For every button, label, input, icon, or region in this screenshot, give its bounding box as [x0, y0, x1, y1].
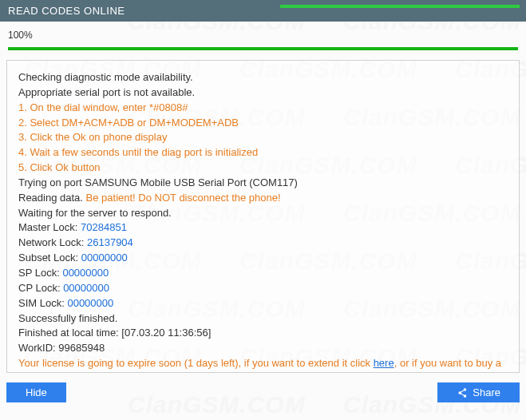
share-button[interactable]: Share	[437, 382, 520, 402]
progress-label: 100%	[8, 30, 518, 41]
hide-button[interactable]: Hide	[6, 382, 66, 402]
license-text: .	[101, 372, 105, 373]
workid-row: WorkID: 99685948	[18, 341, 508, 356]
title-accent	[280, 5, 520, 8]
sp-lock-value: 00000000	[62, 267, 109, 279]
log-panel: Checking diagnostic mode availability. A…	[6, 60, 520, 373]
cp-lock-value: 00000000	[63, 282, 109, 294]
window-title: READ CODES ONLINE	[8, 5, 125, 17]
subset-lock-value: 00000000	[81, 252, 128, 263]
lock-label: CP Lock:	[18, 282, 63, 294]
network-lock-value: 26137904	[87, 236, 133, 248]
extend-license-link[interactable]: here	[374, 357, 394, 369]
log-line: Finished at local time: [07.03.20 11:36:…	[18, 326, 508, 341]
cp-lock-row: CP Lock: 00000000	[18, 281, 508, 296]
log-instruction: 3. Click the Ok on phone display	[18, 130, 508, 145]
title-bar: READ CODES ONLINE	[0, 0, 526, 22]
log-text: Reading data.	[18, 192, 86, 204]
log-line: Checking diagnostic mode availability.	[18, 70, 508, 85]
sim-lock-row: SIM Lock: 00000000	[18, 296, 508, 311]
master-lock-value: 70284851	[81, 221, 127, 233]
network-lock-row: Network Lock: 26137904	[18, 236, 508, 251]
log-instruction: 2. Select DM+ACM+ADB or DM+MODEM+ADB	[18, 116, 508, 131]
lock-label: SP Lock:	[18, 267, 62, 279]
sim-lock-value: 00000000	[67, 297, 113, 309]
subset-lock-row: Subset Lock: 00000000	[18, 251, 508, 266]
workid-value: 99685948	[58, 342, 105, 354]
hide-button-label: Hide	[26, 386, 47, 398]
share-icon	[457, 387, 468, 398]
buy-license-link[interactable]: here	[81, 372, 101, 373]
log-warning: Be patient! Do NOT disconnect the phone!	[86, 192, 281, 204]
log-line: Appropriate serial port is not available…	[18, 85, 508, 101]
log-line: Successfully finished.	[18, 311, 508, 327]
master-lock-row: Master Lock: 70284851	[18, 220, 508, 236]
log-line: Reading data. Be patient! Do NOT disconn…	[18, 191, 508, 206]
lock-label: Subset Lock:	[18, 252, 81, 263]
share-button-label: Share	[473, 386, 500, 398]
log-instruction: 1. On the dial window, enter *#0808#	[18, 101, 508, 116]
sp-lock-row: SP Lock: 00000000	[18, 266, 508, 281]
license-text: Your license is going to expire soon (1 …	[18, 357, 374, 369]
lock-label: Network Lock:	[18, 236, 87, 248]
lock-label: SIM Lock:	[18, 297, 67, 309]
log-instruction: 4. Wait a few seconds until the diag por…	[18, 145, 508, 160]
log-line: Trying on port SAMSUNG Mobile USB Serial…	[18, 176, 508, 191]
lock-label: Master Lock:	[18, 221, 81, 233]
progress-section: 100%	[0, 22, 526, 53]
license-warning: Your license is going to expire soon (1 …	[18, 356, 508, 373]
progress-fill	[8, 47, 518, 50]
footer-bar: Hide Share	[0, 379, 526, 409]
app-window: READ CODES ONLINE 100% Checking diagnost…	[0, 0, 526, 420]
progress-bar	[8, 47, 518, 50]
workid-label: WorkID:	[18, 342, 58, 354]
log-instruction: 5. Click Ok button	[18, 160, 508, 176]
log-line: Waiting for the server to respond.	[18, 206, 508, 221]
